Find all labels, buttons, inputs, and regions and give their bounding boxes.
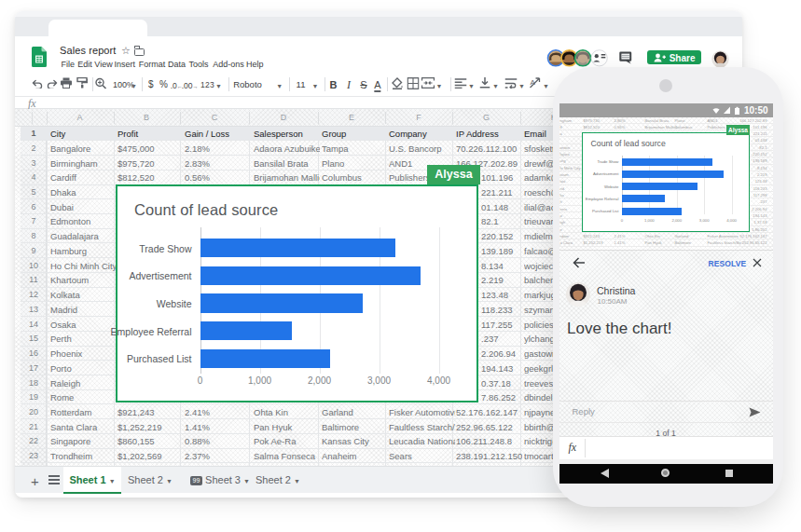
svg-text:A: A	[530, 78, 535, 87]
